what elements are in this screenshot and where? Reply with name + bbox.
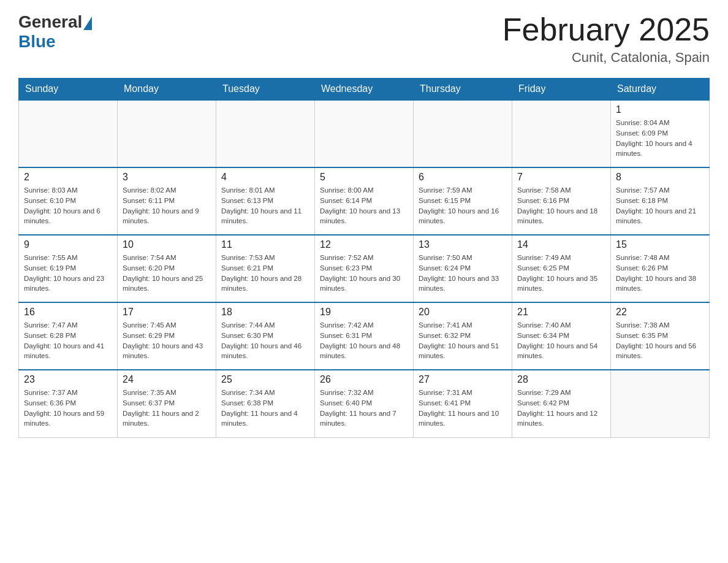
- day-number: 28: [517, 374, 605, 385]
- calendar-header-tuesday: Tuesday: [216, 79, 315, 101]
- day-info: Sunrise: 7:48 AM Sunset: 6:26 PM Dayligh…: [616, 253, 704, 294]
- calendar-cell: [512, 100, 611, 167]
- logo-blue-text: Blue: [18, 32, 56, 52]
- day-info: Sunrise: 8:00 AM Sunset: 6:14 PM Dayligh…: [320, 185, 408, 226]
- calendar-cell: 15Sunrise: 7:48 AM Sunset: 6:26 PM Dayli…: [611, 235, 710, 302]
- calendar-cell: 13Sunrise: 7:50 AM Sunset: 6:24 PM Dayli…: [414, 235, 512, 302]
- calendar-cell: [19, 100, 118, 167]
- calendar-cell: 18Sunrise: 7:44 AM Sunset: 6:30 PM Dayli…: [216, 302, 315, 370]
- day-info: Sunrise: 7:49 AM Sunset: 6:25 PM Dayligh…: [517, 253, 605, 294]
- day-number: 26: [320, 374, 408, 385]
- day-info: Sunrise: 7:54 AM Sunset: 6:20 PM Dayligh…: [123, 253, 211, 294]
- day-number: 16: [24, 307, 112, 318]
- day-info: Sunrise: 7:40 AM Sunset: 6:34 PM Dayligh…: [517, 320, 605, 361]
- day-number: 4: [221, 172, 309, 183]
- calendar-header-row: SundayMondayTuesdayWednesdayThursdayFrid…: [19, 79, 710, 101]
- calendar-table: SundayMondayTuesdayWednesdayThursdayFrid…: [18, 78, 710, 438]
- calendar-cell: 24Sunrise: 7:35 AM Sunset: 6:37 PM Dayli…: [118, 370, 216, 437]
- calendar-week-3: 9Sunrise: 7:55 AM Sunset: 6:19 PM Daylig…: [19, 235, 710, 302]
- page-header: General Blue February 2025 Cunit, Catalo…: [18, 12, 710, 66]
- calendar-header-sunday: Sunday: [19, 79, 118, 101]
- day-number: 22: [616, 307, 704, 318]
- day-number: 9: [24, 239, 112, 250]
- day-number: 3: [123, 172, 211, 183]
- calendar-cell: [315, 100, 414, 167]
- day-info: Sunrise: 7:34 AM Sunset: 6:38 PM Dayligh…: [221, 388, 309, 429]
- calendar-header-thursday: Thursday: [414, 79, 512, 101]
- calendar-cell: [414, 100, 512, 167]
- day-info: Sunrise: 7:45 AM Sunset: 6:29 PM Dayligh…: [123, 320, 211, 361]
- calendar-cell: 11Sunrise: 7:53 AM Sunset: 6:21 PM Dayli…: [216, 235, 315, 302]
- day-number: 17: [123, 307, 211, 318]
- logo: General Blue: [18, 12, 92, 52]
- calendar-cell: [611, 370, 710, 437]
- calendar-week-4: 16Sunrise: 7:47 AM Sunset: 6:28 PM Dayli…: [19, 302, 710, 370]
- day-number: 27: [419, 374, 507, 385]
- calendar-cell: 28Sunrise: 7:29 AM Sunset: 6:42 PM Dayli…: [512, 370, 611, 437]
- calendar-header-friday: Friday: [512, 79, 611, 101]
- day-info: Sunrise: 7:31 AM Sunset: 6:41 PM Dayligh…: [419, 388, 507, 429]
- day-info: Sunrise: 8:02 AM Sunset: 6:11 PM Dayligh…: [123, 185, 211, 226]
- calendar-cell: 21Sunrise: 7:40 AM Sunset: 6:34 PM Dayli…: [512, 302, 611, 370]
- logo-general-text: General: [18, 12, 82, 32]
- calendar-cell: 20Sunrise: 7:41 AM Sunset: 6:32 PM Dayli…: [414, 302, 512, 370]
- day-info: Sunrise: 7:44 AM Sunset: 6:30 PM Dayligh…: [221, 320, 309, 361]
- calendar-header-saturday: Saturday: [611, 79, 710, 101]
- calendar-cell: 25Sunrise: 7:34 AM Sunset: 6:38 PM Dayli…: [216, 370, 315, 437]
- day-info: Sunrise: 7:52 AM Sunset: 6:23 PM Dayligh…: [320, 253, 408, 294]
- day-number: 6: [419, 172, 507, 183]
- day-info: Sunrise: 8:03 AM Sunset: 6:10 PM Dayligh…: [24, 185, 112, 226]
- day-number: 19: [320, 307, 408, 318]
- day-number: 24: [123, 374, 211, 385]
- calendar-cell: 3Sunrise: 8:02 AM Sunset: 6:11 PM Daylig…: [118, 167, 216, 235]
- title-section: February 2025 Cunit, Catalonia, Spain: [502, 12, 710, 66]
- calendar-header-wednesday: Wednesday: [315, 79, 414, 101]
- calendar-cell: 9Sunrise: 7:55 AM Sunset: 6:19 PM Daylig…: [19, 235, 118, 302]
- day-number: 18: [221, 307, 309, 318]
- day-number: 15: [616, 239, 704, 250]
- day-info: Sunrise: 7:38 AM Sunset: 6:35 PM Dayligh…: [616, 320, 704, 361]
- calendar-cell: 8Sunrise: 7:57 AM Sunset: 6:18 PM Daylig…: [611, 167, 710, 235]
- calendar-header-monday: Monday: [118, 79, 216, 101]
- calendar-cell: 4Sunrise: 8:01 AM Sunset: 6:13 PM Daylig…: [216, 167, 315, 235]
- day-info: Sunrise: 7:35 AM Sunset: 6:37 PM Dayligh…: [123, 388, 211, 429]
- day-number: 20: [419, 307, 507, 318]
- day-number: 8: [616, 172, 704, 183]
- logo-triangle-icon: [83, 17, 92, 30]
- day-number: 25: [221, 374, 309, 385]
- day-info: Sunrise: 7:53 AM Sunset: 6:21 PM Dayligh…: [221, 253, 309, 294]
- day-info: Sunrise: 7:58 AM Sunset: 6:16 PM Dayligh…: [517, 185, 605, 226]
- day-info: Sunrise: 7:32 AM Sunset: 6:40 PM Dayligh…: [320, 388, 408, 429]
- day-info: Sunrise: 7:50 AM Sunset: 6:24 PM Dayligh…: [419, 253, 507, 294]
- calendar-week-1: 1Sunrise: 8:04 AM Sunset: 6:09 PM Daylig…: [19, 100, 710, 167]
- day-number: 7: [517, 172, 605, 183]
- calendar-week-2: 2Sunrise: 8:03 AM Sunset: 6:10 PM Daylig…: [19, 167, 710, 235]
- calendar-cell: 26Sunrise: 7:32 AM Sunset: 6:40 PM Dayli…: [315, 370, 414, 437]
- day-number: 23: [24, 374, 112, 385]
- day-number: 1: [616, 104, 704, 115]
- day-number: 11: [221, 239, 309, 250]
- day-info: Sunrise: 8:04 AM Sunset: 6:09 PM Dayligh…: [616, 118, 704, 159]
- calendar-cell: 1Sunrise: 8:04 AM Sunset: 6:09 PM Daylig…: [611, 100, 710, 167]
- calendar-cell: 2Sunrise: 8:03 AM Sunset: 6:10 PM Daylig…: [19, 167, 118, 235]
- location-text: Cunit, Catalonia, Spain: [502, 50, 710, 66]
- calendar-cell: 5Sunrise: 8:00 AM Sunset: 6:14 PM Daylig…: [315, 167, 414, 235]
- day-info: Sunrise: 7:41 AM Sunset: 6:32 PM Dayligh…: [419, 320, 507, 361]
- day-info: Sunrise: 7:55 AM Sunset: 6:19 PM Dayligh…: [24, 253, 112, 294]
- day-number: 14: [517, 239, 605, 250]
- day-info: Sunrise: 7:47 AM Sunset: 6:28 PM Dayligh…: [24, 320, 112, 361]
- day-info: Sunrise: 8:01 AM Sunset: 6:13 PM Dayligh…: [221, 185, 309, 226]
- day-info: Sunrise: 7:42 AM Sunset: 6:31 PM Dayligh…: [320, 320, 408, 361]
- calendar-cell: [118, 100, 216, 167]
- calendar-cell: 16Sunrise: 7:47 AM Sunset: 6:28 PM Dayli…: [19, 302, 118, 370]
- calendar-cell: 6Sunrise: 7:59 AM Sunset: 6:15 PM Daylig…: [414, 167, 512, 235]
- day-info: Sunrise: 7:37 AM Sunset: 6:36 PM Dayligh…: [24, 388, 112, 429]
- calendar-cell: 14Sunrise: 7:49 AM Sunset: 6:25 PM Dayli…: [512, 235, 611, 302]
- day-number: 21: [517, 307, 605, 318]
- calendar-cell: 10Sunrise: 7:54 AM Sunset: 6:20 PM Dayli…: [118, 235, 216, 302]
- calendar-cell: [216, 100, 315, 167]
- day-number: 13: [419, 239, 507, 250]
- calendar-cell: 19Sunrise: 7:42 AM Sunset: 6:31 PM Dayli…: [315, 302, 414, 370]
- calendar-week-5: 23Sunrise: 7:37 AM Sunset: 6:36 PM Dayli…: [19, 370, 710, 437]
- day-number: 5: [320, 172, 408, 183]
